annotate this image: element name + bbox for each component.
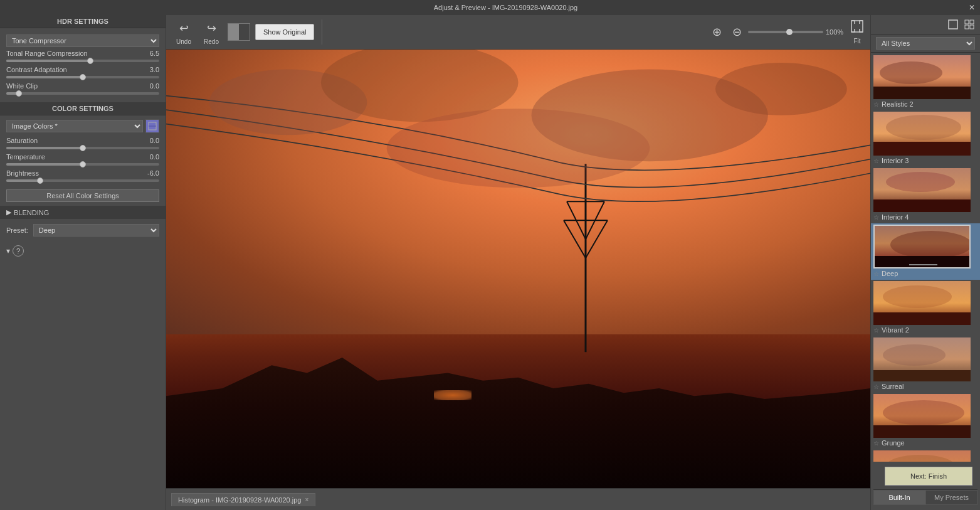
style-item-extra[interactable]: ☆ — [871, 449, 980, 462]
help-button[interactable]: ? — [13, 245, 24, 257]
style-item-surreal[interactable]: ☆ Surreal — [871, 336, 980, 393]
water-reflection — [434, 390, 472, 400]
blending-label: BLENDING — [14, 209, 49, 216]
zoom-controls: ⊕ ⊖ 100% Fit — [708, 19, 864, 45]
tonal-range-slider-row: Tonal Range Compression 6.5 — [6, 50, 159, 62]
styles-list: ☆ Realistic 2 ☆ Interior 3 — [871, 53, 980, 462]
bottom-bar: Histogram - IMG-20190928-WA0020.jpg × — [166, 488, 870, 510]
color-settings-content: Image Colors * Saturation 0.0 — [0, 115, 166, 206]
redo-button[interactable]: ↪ Redo — [200, 19, 223, 45]
white-clip-track[interactable] — [6, 92, 159, 95]
style-thumb-interior3 — [873, 112, 971, 156]
undo-button[interactable]: ↩ Undo — [172, 19, 195, 45]
svg-rect-25 — [873, 142, 971, 156]
tab-built-in[interactable]: Built-In — [873, 490, 925, 505]
svg-rect-15 — [949, 20, 957, 29]
svg-point-30 — [890, 231, 971, 258]
next-finish-button[interactable]: Next: Finish — [885, 467, 972, 486]
redo-icon: ↪ — [203, 19, 220, 37]
style-star-grunge[interactable]: ☆ — [873, 440, 879, 447]
saturation-track[interactable] — [6, 147, 159, 149]
style-item-deep[interactable]: ☆ Deep — [871, 223, 980, 280]
single-view-icon[interactable] — [946, 18, 960, 31]
clouds-svg — [166, 50, 870, 312]
ground-silhouette — [166, 334, 870, 488]
svg-rect-41 — [873, 425, 971, 438]
histogram-tab-close[interactable]: × — [305, 496, 308, 503]
svg-rect-31 — [875, 256, 971, 268]
grid-view-icon[interactable] — [962, 18, 976, 31]
main-area: HDR SETTINGS Tone Compressor Tonal Range… — [0, 15, 980, 510]
zoom-out-button[interactable]: ⊖ — [728, 23, 746, 41]
style-name-interior3: Interior 3 — [882, 157, 909, 164]
style-thumb-grunge — [873, 394, 971, 438]
title-bar-title: Adjust & Preview - IMG-20190928-WA0020.j… — [43, 4, 969, 11]
saturation-value: 0.0 — [150, 137, 159, 144]
temperature-track[interactable] — [6, 163, 159, 166]
style-thumb-extra — [873, 450, 971, 462]
image-colors-dropdown[interactable]: Image Colors * — [6, 120, 143, 132]
collapse-icon[interactable]: ▾ — [6, 247, 10, 255]
style-thumb-interior4 — [873, 168, 971, 212]
tone-compressor-row: Tone Compressor — [6, 35, 159, 47]
style-name-deep: Deep — [882, 270, 898, 277]
style-item-interior3[interactable]: ☆ Interior 3 — [871, 110, 980, 167]
style-star-realistic2[interactable]: ☆ — [873, 101, 879, 108]
blending-header[interactable]: ▶ BLENDING — [0, 206, 166, 219]
style-name-surreal: Surreal — [882, 383, 904, 390]
style-name-interior4: Interior 4 — [882, 213, 909, 221]
zoom-slider[interactable] — [748, 31, 823, 33]
style-item-interior4[interactable]: ☆ Interior 4 — [871, 167, 980, 223]
tone-compressor-dropdown[interactable]: Tone Compressor — [6, 35, 159, 47]
style-name-vibrant2: Vibrant 2 — [882, 326, 909, 334]
tonal-range-track[interactable] — [6, 60, 159, 62]
style-star-interior4[interactable]: ☆ — [873, 214, 879, 221]
split-view-button[interactable] — [228, 23, 250, 41]
reset-color-button[interactable]: Reset All Color Settings — [6, 189, 159, 202]
style-thumb-surreal — [873, 337, 971, 381]
tab-my-presets[interactable]: My Presets — [925, 490, 977, 505]
temperature-label: Temperature — [6, 153, 45, 161]
close-button[interactable]: ✕ — [969, 3, 975, 12]
saturation-label: Saturation — [6, 137, 38, 144]
redo-label: Redo — [204, 38, 219, 45]
style-item-vibrant2[interactable]: ☆ Vibrant 2 — [871, 280, 980, 336]
preset-label: Preset: — [6, 226, 28, 234]
style-star-deep[interactable]: ☆ — [873, 270, 879, 277]
zoom-in-button[interactable]: ⊕ — [708, 23, 725, 41]
right-bottom: Next: Finish Built-In My Presets — [871, 462, 980, 510]
preset-dropdown[interactable]: Deep — [33, 224, 159, 236]
svg-rect-35 — [873, 312, 971, 325]
svg-rect-22 — [873, 87, 971, 99]
svg-point-40 — [883, 400, 964, 425]
preview-area: Histogram - IMG-20190928-WA0020.jpg × — [166, 50, 870, 510]
contrast-adaptation-track[interactable] — [6, 76, 159, 78]
contrast-adaptation-value: 3.0 — [150, 66, 159, 73]
brightness-slider-row: Brightness -6.0 — [6, 169, 159, 182]
style-star-vibrant2[interactable]: ☆ — [873, 327, 879, 334]
fit-icon — [850, 19, 864, 36]
styles-header: All Styles — [871, 35, 980, 53]
style-star-surreal[interactable]: ☆ — [873, 383, 879, 390]
svg-rect-17 — [970, 20, 974, 24]
style-item-grunge[interactable]: ☆ Grunge — [871, 393, 980, 449]
style-item-realistic2[interactable]: ☆ Realistic 2 — [871, 54, 980, 110]
svg-rect-16 — [965, 20, 969, 24]
saturation-slider-row: Saturation 0.0 — [6, 137, 159, 149]
toolbar: ↩ Undo ↪ Redo Show Original ⊕ ⊖ 100% — [166, 15, 870, 50]
styles-dropdown[interactable]: All Styles — [876, 37, 975, 50]
svg-rect-19 — [970, 25, 974, 29]
show-original-button[interactable]: Show Original — [255, 24, 314, 40]
center-area: ↩ Undo ↪ Redo Show Original ⊕ ⊖ 100% — [166, 15, 870, 510]
contrast-adaptation-slider-row: Contrast Adaptation 3.0 — [6, 66, 159, 78]
white-clip-label: White Clip — [6, 82, 38, 90]
hdr-settings-header: HDR SETTINGS — [0, 15, 166, 28]
preset-tabs: Built-In My Presets — [873, 489, 977, 505]
histogram-tab[interactable]: Histogram - IMG-20190928-WA0020.jpg × — [171, 493, 315, 506]
fit-button[interactable]: Fit — [850, 19, 864, 45]
style-star-interior3[interactable]: ☆ — [873, 157, 879, 164]
color-picker-button[interactable] — [145, 119, 159, 133]
brightness-track[interactable] — [6, 179, 159, 182]
preset-row: Preset: Deep — [0, 219, 166, 242]
style-thumb-deep — [873, 225, 971, 268]
